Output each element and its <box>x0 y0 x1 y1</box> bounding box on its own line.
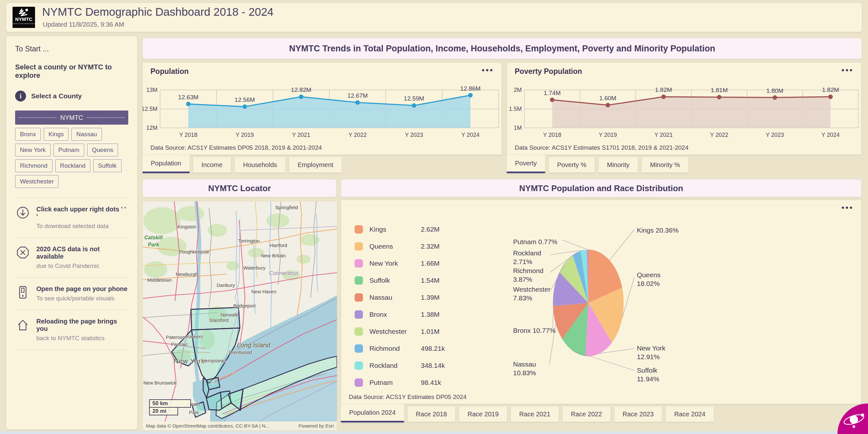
scale-km: 50 km <box>149 399 191 408</box>
overflow-menu-icon[interactable]: ●●● <box>482 67 494 73</box>
overflow-menu-icon[interactable]: ●●● <box>841 205 854 210</box>
map-label-brentwood: Brentwood <box>229 349 252 355</box>
overflow-menu-icon[interactable]: ●●● <box>841 67 854 73</box>
legend-row-richmond: Richmond498.21k <box>354 340 467 357</box>
tab-race-2018[interactable]: Race 2018 <box>407 406 456 422</box>
locator-section-title: NYMTC Locator <box>143 179 337 197</box>
nymtc-region-button-label: NYMTC <box>60 114 83 122</box>
legend-swatch <box>354 259 363 268</box>
horizontal-scroll-strip[interactable] <box>0 431 868 434</box>
tab-poverty[interactable]: Poverty % <box>549 157 595 173</box>
app-header: NYMTC NEW YORK METROPOLITAN TRANSPORTATI… <box>6 3 862 32</box>
county-button-richmond[interactable]: Richmond <box>15 159 53 172</box>
esri-assistant-button[interactable] <box>837 403 868 434</box>
pie-label-new-york: New York 12.91% <box>637 344 672 361</box>
legend-county-name: Queens <box>369 242 421 250</box>
poverty-trend-chart[interactable]: 1M1.5M2M1.74MY 20181.60MY 20191.82MY 202… <box>507 63 862 155</box>
locator-map[interactable]: CatskillParkKingstonPoughkeepsieNewburgh… <box>143 201 337 431</box>
svg-text:12.59M: 12.59M <box>404 95 424 102</box>
tab-employment[interactable]: Employment <box>289 157 342 173</box>
legend-swatch <box>354 378 363 387</box>
tab-minority[interactable]: Minority <box>598 157 638 173</box>
svg-text:Y 2023: Y 2023 <box>766 132 784 138</box>
legend-swatch <box>354 310 363 319</box>
county-button-group: BronxKingsNassauNew YorkPutnamQueensRich… <box>15 128 128 188</box>
sidebar-tip: Reloading the page brings youback to NYM… <box>15 310 128 349</box>
map-label-paterson: Paterson <box>166 334 185 340</box>
tab-population[interactable]: Population <box>143 155 190 173</box>
county-button-suffolk[interactable]: Suffolk <box>93 159 122 172</box>
pie-label-queens: Queens 18.02% <box>637 270 669 288</box>
pie-label-nassau: Nassau 10.83% <box>513 360 545 377</box>
nymtc-region-button[interactable]: NYMTC <box>15 110 128 125</box>
legend-swatch <box>354 242 363 251</box>
map-label-waterbury: Waterbury <box>243 265 266 270</box>
map-label-passaic: Passaic <box>171 341 188 347</box>
map-label-new-brunswick: New Brunswick <box>144 380 177 386</box>
race-section-title: NYMTC Population and Race Distribution <box>341 179 862 197</box>
county-button-bronx[interactable]: Bronx <box>15 128 41 141</box>
poverty-panel: 1M1.5M2M1.74MY 20181.60MY 20191.82MY 202… <box>507 62 862 155</box>
population-trend-chart[interactable]: 12M12.5M13M12.63MY 201812.56MY 201912.82… <box>143 63 502 155</box>
pie-legend: Kings2.62MQueens2.32MNew York1.66MSuffol… <box>354 221 467 391</box>
population-tab-group: PopulationIncomeHouseholdsEmployment <box>143 155 342 173</box>
tab-race-2024[interactable]: Race 2024 <box>665 406 714 422</box>
map-label-newburgh: Newburgh <box>176 271 198 277</box>
map-scalebar: 50 km 20 mi <box>149 399 191 415</box>
pie-label-bronx: Bronx 10.77% <box>513 326 574 335</box>
legend-row-queens: Queens2.32M <box>354 238 467 255</box>
sidebar-tip: Click each upper right dots ' ' 'To down… <box>15 198 128 237</box>
county-button-kings[interactable]: Kings <box>44 128 69 141</box>
svg-text:1.81M: 1.81M <box>711 87 728 94</box>
svg-text:12.86M: 12.86M <box>460 85 480 92</box>
county-button-putnam[interactable]: Putnam <box>53 143 84 157</box>
map-label-hempstead: Hempstead <box>202 358 226 363</box>
legend-row-new-york: New York1.66M <box>354 255 467 272</box>
county-button-queens[interactable]: Queens <box>87 143 118 157</box>
legend-county-value: 348.14k <box>421 362 445 369</box>
tab-race-2023[interactable]: Race 2023 <box>614 406 662 422</box>
svg-text:1.5M: 1.5M <box>509 106 522 112</box>
map-label-connecticut: Connecticut <box>269 270 298 276</box>
svg-text:Y 2021: Y 2021 <box>654 132 673 138</box>
tip-title: Reloading the page brings you <box>36 318 128 333</box>
page-title: NYMTC Demographic Dashboard 2018 - 2024 <box>42 5 274 18</box>
tab-income[interactable]: Income <box>193 157 231 173</box>
legend-county-value: 1.01M <box>421 328 439 335</box>
legend-row-bronx: Bronx1.38M <box>354 306 467 323</box>
locator-map-canvas <box>143 201 337 430</box>
orbit-planet-icon <box>841 408 866 431</box>
svg-text:Y 2021: Y 2021 <box>292 132 310 138</box>
home-icon <box>16 318 30 332</box>
county-button-westchester[interactable]: Westchester <box>15 175 59 188</box>
tab-population-2024[interactable]: Population 2024 <box>341 404 404 423</box>
legend-county-name: Rockland <box>369 362 421 369</box>
legend-row-suffolk: Suffolk1.54M <box>354 272 467 289</box>
tab-race-2021[interactable]: Race 2021 <box>510 406 559 422</box>
legend-county-name: Putnam <box>369 379 421 387</box>
legend-swatch <box>354 361 363 370</box>
county-button-rockland[interactable]: Rockland <box>55 159 90 172</box>
svg-text:NYMTC: NYMTC <box>15 16 32 22</box>
svg-text:Y 2024: Y 2024 <box>461 132 479 138</box>
county-button-new-york[interactable]: New York <box>15 143 51 157</box>
svg-text:Y 2022: Y 2022 <box>348 132 367 138</box>
svg-text:12.82M: 12.82M <box>291 87 311 93</box>
svg-text:1.82M: 1.82M <box>822 87 839 93</box>
legend-county-name: New York <box>369 260 421 267</box>
tab-race-2022[interactable]: Race 2022 <box>562 406 611 422</box>
map-label-new-haven: New Haven <box>251 289 277 294</box>
tab-households[interactable]: Households <box>235 157 286 173</box>
select-county-row: i Select a County <box>15 91 128 101</box>
county-button-nassau[interactable]: Nassau <box>71 128 101 141</box>
poverty-tab-group: PovertyPoverty %MinorityMinority % <box>507 155 689 173</box>
legend-county-value: 498.21k <box>421 345 445 353</box>
tab-minority[interactable]: Minority % <box>641 157 689 173</box>
legend-row-putnam: Putnam98.41k <box>354 374 467 391</box>
legend-county-value: 1.66M <box>421 260 439 267</box>
svg-text:NEW YORK METROPOLITAN TRANSPOR: NEW YORK METROPOLITAN TRANSPORTATION COU… <box>12 23 35 25</box>
map-attribution-text: Map data © OpenStreetMap contributors, C… <box>146 423 270 429</box>
tab-poverty[interactable]: Poverty <box>507 155 545 173</box>
svg-text:Y 2018: Y 2018 <box>179 132 197 138</box>
tab-race-2019[interactable]: Race 2019 <box>459 406 507 422</box>
